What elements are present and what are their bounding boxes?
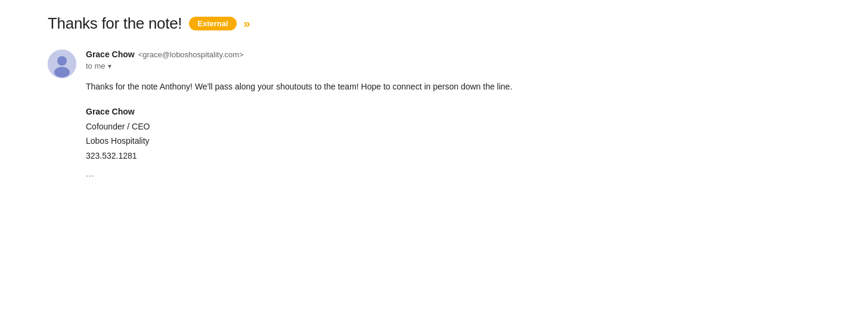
recipient-label: to me (86, 61, 106, 70)
signature-company: Lobos Hospitality (86, 134, 820, 147)
email-subject-row: Thanks for the note! External » (48, 14, 820, 33)
email-signature: Grace Chow Cofounder / CEO Lobos Hospita… (86, 105, 820, 162)
signature-title: Cofounder / CEO (86, 120, 820, 133)
email-body: Thanks for the note Anthony! We'll pass … (86, 80, 820, 180)
signature-name: Grace Chow (86, 105, 820, 118)
svg-point-2 (54, 67, 70, 78)
svg-point-1 (57, 56, 67, 66)
email-ellipsis[interactable]: ... (86, 167, 820, 180)
sender-email: <grace@loboshospitality.com> (138, 50, 244, 59)
body-text: Thanks for the note Anthony! We'll pass … (86, 80, 820, 93)
recipient-line: to me ▾ (86, 61, 820, 70)
signature-phone: 323.532.1281 (86, 149, 820, 162)
email-content: Grace Chow <grace@loboshospitality.com> … (86, 50, 820, 180)
sender-line: Grace Chow <grace@loboshospitality.com> (86, 50, 820, 59)
email-subject: Thanks for the note! (48, 14, 182, 33)
external-badge[interactable]: External (189, 17, 236, 30)
forward-icon[interactable]: » (244, 17, 250, 30)
dropdown-arrow-icon[interactable]: ▾ (108, 62, 111, 70)
avatar (48, 50, 76, 78)
email-header: Grace Chow <grace@loboshospitality.com> … (86, 50, 820, 70)
sender-name: Grace Chow (86, 50, 135, 59)
email-container: Grace Chow <grace@loboshospitality.com> … (48, 50, 820, 180)
